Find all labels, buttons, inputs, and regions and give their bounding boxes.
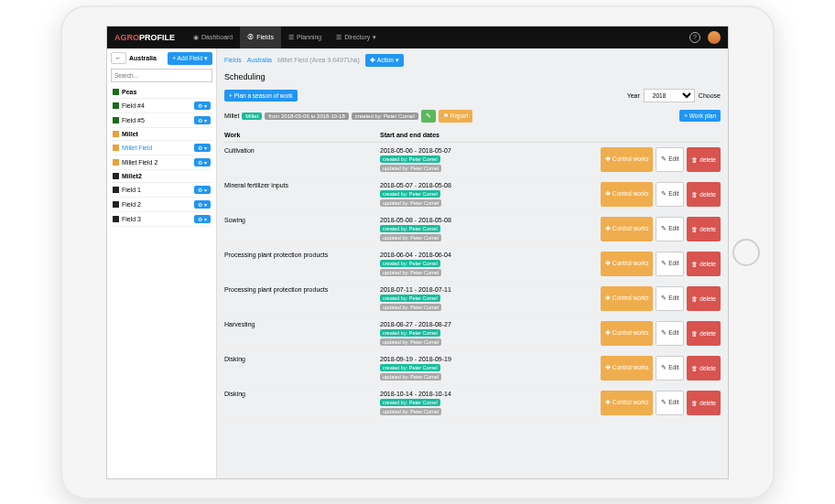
col-work: Work — [224, 132, 380, 138]
delete-button[interactable]: 🗑 delete — [687, 321, 721, 346]
control-works-button[interactable]: ✚ Control works — [601, 182, 654, 207]
delete-button[interactable]: 🗑 delete — [687, 217, 721, 241]
year-select[interactable]: 2018 — [644, 89, 695, 102]
back-button[interactable]: ← — [111, 52, 126, 64]
edit-button[interactable]: ✎ Edit — [656, 147, 684, 172]
work-name: Disking — [224, 356, 380, 381]
created-tag: created by: Peter Cornel — [380, 399, 440, 406]
table-row: Processing plant protection products 201… — [224, 282, 721, 316]
control-works-button[interactable]: ✚ Control works — [601, 286, 654, 311]
report-button[interactable]: ⚑ Report — [439, 110, 473, 123]
action-button[interactable]: ✚ Action ▾ — [365, 54, 404, 67]
sidebar-item[interactable]: Field 2⚙ ▾ — [111, 198, 212, 212]
work-plan-button[interactable]: + Work plan — [679, 110, 721, 122]
delete-button[interactable]: 🗑 delete — [687, 147, 721, 172]
color-swatch — [113, 187, 119, 193]
tablet-frame: AGROPROFILE ◉Dashboard ⦿Fields ☰Planning… — [60, 5, 775, 499]
sidebar-item[interactable]: Millet Field⚙ ▾ — [111, 141, 212, 155]
table-row: Cultivation 2018-05-06 - 2018-05-07 crea… — [224, 143, 721, 177]
list-icon: ☰ — [288, 34, 294, 41]
table-row: Disking 2018-10-14 - 2018-10-14 created … — [224, 386, 721, 421]
crumb-fields[interactable]: Fields — [224, 57, 242, 63]
sidebar-item[interactable]: Field #5⚙ ▾ — [111, 113, 212, 128]
delete-button[interactable]: 🗑 delete — [687, 391, 721, 415]
nav-directory[interactable]: ☰Directory ▾ — [329, 27, 384, 48]
pin-icon: ⦿ — [247, 34, 254, 40]
control-works-button[interactable]: ✚ Control works — [601, 147, 654, 172]
updated-tag: updated by: Peter Cornel — [380, 165, 441, 172]
edit-button[interactable]: ✎ Edit — [656, 321, 684, 346]
color-swatch — [113, 89, 119, 95]
control-works-button[interactable]: ✚ Control works — [601, 321, 654, 346]
table-row: Mineral fertilizer inputs 2018-05-07 - 2… — [224, 177, 721, 212]
help-icon[interactable]: ? — [689, 32, 700, 43]
color-swatch — [113, 131, 119, 137]
sidebar-item[interactable]: Field 1⚙ ▾ — [111, 183, 212, 198]
edit-button[interactable]: ✎ Edit — [656, 356, 684, 381]
delete-button[interactable]: 🗑 delete — [687, 286, 721, 311]
add-field-button[interactable]: + Add Field ▾ — [168, 52, 212, 65]
gear-icon[interactable]: ⚙ ▾ — [194, 102, 211, 110]
delete-button[interactable]: 🗑 delete — [687, 356, 721, 381]
control-works-button[interactable]: ✚ Control works — [601, 391, 654, 415]
edit-button[interactable]: ✎ Edit — [656, 182, 684, 207]
edit-icon-button[interactable]: ✎ — [421, 110, 436, 123]
gear-icon[interactable]: ⚙ ▾ — [194, 116, 211, 124]
list-icon: ☰ — [336, 34, 342, 41]
nav-planning[interactable]: ☰Planning — [281, 27, 329, 48]
screen: AGROPROFILE ◉Dashboard ⦿Fields ☰Planning… — [106, 26, 729, 479]
avatar[interactable] — [708, 31, 721, 44]
edit-button[interactable]: ✎ Edit — [656, 286, 684, 311]
dates-cell: 2018-05-06 - 2018-05-07 created by: Pete… — [380, 147, 499, 172]
logo: AGROPROFILE — [114, 33, 175, 42]
gear-icon[interactable]: ⚙ ▾ — [194, 144, 211, 152]
table-row: Processing plant protection products 201… — [224, 247, 721, 282]
millet-name: Millet — [224, 113, 239, 119]
plan-season-button[interactable]: + Plan a season of work — [224, 90, 298, 102]
gear-icon[interactable]: ⚙ ▾ — [194, 158, 211, 166]
crumb-field: Millet Field (Area 9.64971ha) — [277, 57, 360, 63]
color-swatch — [113, 173, 119, 179]
control-works-button[interactable]: ✚ Control works — [601, 356, 654, 381]
date-range-badge: from 2018-05-06 to 2018-10-18 — [265, 113, 348, 120]
nav-dashboard[interactable]: ◉Dashboard — [186, 27, 240, 48]
col-dates: Start and end dates — [380, 132, 499, 138]
updated-tag: updated by: Peter Cornel — [380, 234, 441, 241]
edit-button[interactable]: ✎ Edit — [656, 252, 684, 276]
updated-tag: updated by: Peter Cornel — [380, 304, 441, 311]
sidebar-item[interactable]: Field 3⚙ ▾ — [111, 212, 212, 227]
crumb-country[interactable]: Australia — [247, 57, 272, 63]
updated-tag: updated by: Peter Cornel — [380, 199, 441, 207]
sidebar-group: Peas — [111, 86, 212, 99]
work-name: Processing plant protection products — [224, 252, 380, 276]
delete-button[interactable]: 🗑 delete — [687, 182, 721, 207]
color-swatch — [113, 117, 119, 123]
main-content: Fields Australia Millet Field (Area 9.64… — [217, 48, 728, 478]
dates-cell: 2018-06-04 - 2018-06-04 created by: Pete… — [380, 252, 499, 276]
color-swatch — [113, 159, 119, 166]
nav-fields[interactable]: ⦿Fields — [240, 27, 281, 48]
created-tag: created by: Peter Cornel — [380, 364, 440, 371]
dates-cell: 2018-05-07 - 2018-05-08 created by: Pete… — [380, 182, 499, 207]
work-name: Sowing — [224, 217, 380, 241]
edit-button[interactable]: ✎ Edit — [656, 217, 684, 241]
sidebar-title: Australia — [129, 55, 165, 61]
gear-icon[interactable]: ⚙ ▾ — [194, 215, 211, 223]
color-swatch — [113, 201, 119, 208]
search-input[interactable] — [111, 69, 212, 82]
created-tag: created by: Peter Cornel — [380, 260, 440, 267]
millet-badge: Millet — [242, 113, 262, 120]
gear-icon[interactable]: ⚙ ▾ — [194, 186, 211, 194]
control-works-button[interactable]: ✚ Control works — [601, 252, 654, 276]
dates-cell: 2018-07-11 - 2018-07-11 created by: Pete… — [380, 286, 499, 311]
control-works-button[interactable]: ✚ Control works — [601, 217, 654, 241]
work-name: Mineral fertilizer inputs — [224, 182, 380, 207]
delete-button[interactable]: 🗑 delete — [687, 252, 721, 276]
sidebar-item[interactable]: Millet Field 2⚙ ▾ — [111, 155, 212, 170]
gear-icon[interactable]: ⚙ ▾ — [194, 200, 211, 209]
dates-cell: 2018-08-27 - 2018-08-27 created by: Pete… — [380, 321, 499, 346]
edit-button[interactable]: ✎ Edit — [656, 391, 684, 415]
millet-summary: Millet Millet from 2018-05-06 to 2018-10… — [224, 110, 721, 123]
sidebar-item[interactable]: Field #4⚙ ▾ — [111, 99, 212, 113]
updated-tag: updated by: Peter Cornel — [380, 269, 441, 276]
